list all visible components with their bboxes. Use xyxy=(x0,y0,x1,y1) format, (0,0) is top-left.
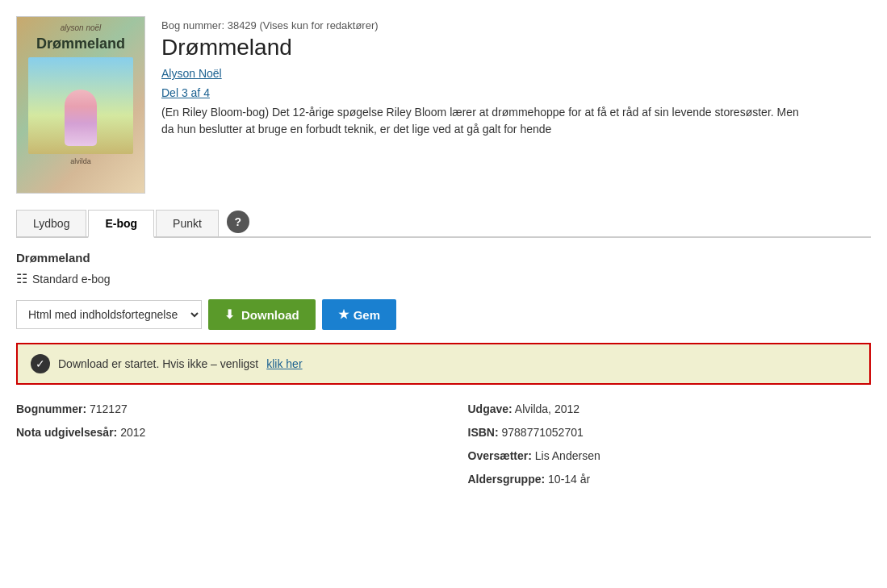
book-description: (En Riley Bloom-bog) Det 12-årige spøgel… xyxy=(161,104,807,138)
ebook-type-icon: ☷ xyxy=(16,271,27,286)
format-select[interactable]: Html med indholdsfortegnelse EPUB PDF xyxy=(16,300,202,329)
download-button-label: Download xyxy=(241,308,299,322)
cover-figure xyxy=(65,90,97,146)
content-section: Drømmeland ☷ Standard e-bog Html med ind… xyxy=(16,251,871,385)
meta-bognummer: Bognummer: 712127 xyxy=(16,401,420,418)
download-row: Html med indholdsfortegnelse EPUB PDF ⬇ … xyxy=(16,299,871,330)
tabs-section: Lydbog E-bog Punkt ? xyxy=(16,210,871,238)
cover-image-area xyxy=(28,57,133,154)
tab-ebog[interactable]: E-bog xyxy=(88,210,154,238)
meta-udgave: Udgave: Alvilda, 2012 xyxy=(468,401,872,418)
meta-aldersgruppe-label: Aldersgruppe: xyxy=(468,473,546,486)
cover-author-top: alyson noël xyxy=(61,23,102,32)
meta-oversaetter: Oversætter: Lis Andersen xyxy=(468,448,872,465)
book-number-line: Bog nummer: 38429 (Vises kun for redaktø… xyxy=(161,19,871,31)
content-book-title: Drømmeland xyxy=(16,251,871,265)
gem-star-icon: ★ xyxy=(338,307,349,322)
meta-isbn-label: ISBN: xyxy=(468,426,499,439)
cover-main-title: Drømmeland xyxy=(36,35,125,52)
book-number-suffix: (Vises kun for redaktører) xyxy=(259,19,378,31)
book-cover: alyson noël Drømmeland alvilda xyxy=(16,16,145,194)
book-author-link[interactable]: Alyson Noël xyxy=(161,67,871,80)
status-notification: ✓ Download er startet. Hvis ikke – venli… xyxy=(16,343,871,385)
book-number-value: 38429 xyxy=(228,19,257,31)
tab-help-icon[interactable]: ? xyxy=(227,211,249,233)
notification-link[interactable]: klik her xyxy=(266,357,302,370)
metadata-right: Udgave: Alvilda, 2012 ISBN: 978877105270… xyxy=(468,401,872,494)
book-info: Bog nummer: 38429 (Vises kun for redaktø… xyxy=(161,16,871,194)
metadata-section: Bognummer: 712127 Nota udgivelsesår: 201… xyxy=(16,401,871,494)
meta-nota-year: Nota udgivelsesår: 2012 xyxy=(16,424,420,441)
check-icon: ✓ xyxy=(31,354,50,373)
meta-isbn-value: 9788771052701 xyxy=(502,426,584,439)
cover-publisher: alvilda xyxy=(70,157,91,165)
meta-aldersgruppe: Aldersgruppe: 10-14 år xyxy=(468,471,872,488)
tab-punkt[interactable]: Punkt xyxy=(156,210,219,236)
gem-button-label: Gem xyxy=(354,308,380,322)
book-series-link[interactable]: Del 3 af 4 xyxy=(161,86,871,99)
book-number-label: Bog nummer: xyxy=(161,19,224,31)
meta-bognummer-label: Bognummer: xyxy=(16,402,86,415)
book-header: alyson noël Drømmeland alvilda Bog numme… xyxy=(16,16,871,194)
meta-oversaetter-label: Oversætter: xyxy=(468,449,532,462)
meta-nota-year-value: 2012 xyxy=(120,426,145,439)
notification-message: Download er startet. Hvis ikke – venligs… xyxy=(58,357,258,370)
metadata-left: Bognummer: 712127 Nota udgivelsesår: 201… xyxy=(16,401,420,494)
download-button[interactable]: ⬇ Download xyxy=(208,299,316,330)
meta-udgave-value: Alvilda, 2012 xyxy=(515,402,579,415)
ebook-type-row: ☷ Standard e-bog xyxy=(16,271,871,286)
book-title: Drømmeland xyxy=(161,35,871,60)
meta-udgave-label: Udgave: xyxy=(468,402,513,415)
ebook-type-label: Standard e-bog xyxy=(32,273,111,286)
tab-lydbog[interactable]: Lydbog xyxy=(16,210,86,236)
meta-isbn: ISBN: 9788771052701 xyxy=(468,424,872,441)
download-arrow-icon: ⬇ xyxy=(224,307,235,322)
gem-button[interactable]: ★ Gem xyxy=(322,299,396,330)
meta-aldersgruppe-value: 10-14 år xyxy=(548,473,590,486)
meta-oversaetter-value: Lis Andersen xyxy=(535,449,600,462)
meta-nota-year-label: Nota udgivelsesår: xyxy=(16,426,117,439)
meta-bognummer-value: 712127 xyxy=(90,402,128,415)
